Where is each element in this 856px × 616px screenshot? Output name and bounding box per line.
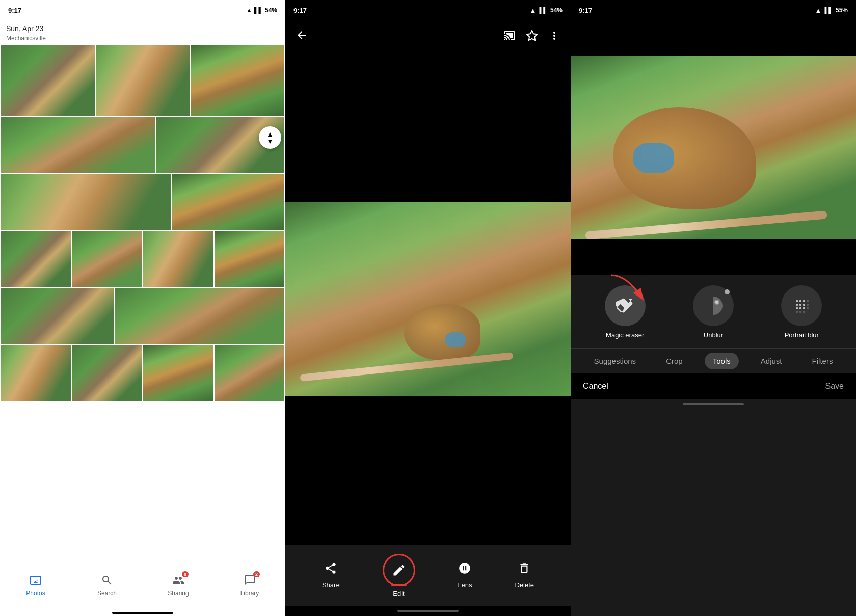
cancel-button[interactable]: Cancel xyxy=(583,382,608,391)
svg-rect-8 xyxy=(807,300,809,302)
home-indicator-1 xyxy=(112,612,173,614)
viewer-bottom-bar: Share Edit Lens xyxy=(285,545,571,606)
cast-button[interactable] xyxy=(503,30,516,44)
photo-cell-6[interactable] xyxy=(1,174,171,230)
svg-rect-10 xyxy=(799,304,801,306)
delete-action[interactable]: Delete xyxy=(515,561,534,589)
share-action[interactable]: Share xyxy=(322,561,340,589)
panel-photos: 9:17 ▲ ▌▌ 54% Sun, Apr 23 Mechanicsville… xyxy=(0,0,285,616)
photos-label: Photos xyxy=(26,590,45,597)
library-icon: 2 xyxy=(243,573,257,587)
grid-row-5 xyxy=(0,288,285,344)
edit-underline xyxy=(391,584,407,586)
svg-marker-0 xyxy=(527,31,537,40)
back-button[interactable] xyxy=(296,29,308,44)
grid-row-4 xyxy=(0,231,285,287)
save-button[interactable]: Save xyxy=(825,382,844,391)
sharing-label: Sharing xyxy=(168,590,189,597)
viewer-toolbar xyxy=(285,20,571,53)
unblur-icon xyxy=(693,285,734,326)
photo-cell-15[interactable] xyxy=(72,345,143,401)
svg-rect-11 xyxy=(803,304,805,306)
unblur-tool[interactable]: Unblur xyxy=(693,285,734,339)
edit-action[interactable]: Edit xyxy=(383,554,415,597)
time-2: 9:17 xyxy=(293,7,307,14)
library-label: Library xyxy=(240,590,259,597)
photo-cell-2[interactable] xyxy=(96,45,190,116)
nav-photos[interactable]: Photos xyxy=(15,573,56,597)
photo-display xyxy=(285,202,571,396)
share-label: Share xyxy=(322,581,340,589)
photo-cell-17[interactable] xyxy=(215,345,285,401)
more-button[interactable] xyxy=(548,30,560,44)
tab-suggestions[interactable]: Suggestions xyxy=(586,353,645,369)
svg-rect-19 xyxy=(803,311,805,313)
photo-cell-13[interactable] xyxy=(115,288,284,344)
grid-row-1: ▲ ▼ xyxy=(0,45,285,116)
lens-action[interactable]: Lens xyxy=(458,561,472,589)
nav-search[interactable]: Search xyxy=(87,573,127,597)
photo-cell-8[interactable] xyxy=(1,231,71,287)
battery-icon-2: 54% xyxy=(550,7,563,14)
nav-sharing[interactable]: 8 Sharing xyxy=(158,573,199,597)
location-label: Mechanicsville xyxy=(0,35,285,45)
photo-cell-9[interactable] xyxy=(72,231,143,287)
viewer-toolbar-right xyxy=(503,30,560,44)
search-label: Search xyxy=(97,590,117,597)
photo-cell-16[interactable] xyxy=(143,345,213,401)
photo-cell-7[interactable] xyxy=(172,174,284,230)
tab-adjust[interactable]: Adjust xyxy=(753,353,790,369)
delete-icon xyxy=(518,561,531,578)
signal-icon-3: ▌▌ xyxy=(824,7,833,13)
tools-wrapper: Magic eraser Unblur xyxy=(571,275,856,344)
delete-label: Delete xyxy=(515,581,534,589)
portrait-blur-label: Portrait blur xyxy=(785,331,819,339)
photo-cell-10[interactable] xyxy=(143,231,213,287)
viewer-main-photo xyxy=(285,53,571,545)
svg-rect-16 xyxy=(807,307,809,309)
status-right-2: ▲ ▌▌ 54% xyxy=(530,7,563,14)
wifi-icon-3: ▲ xyxy=(815,7,822,14)
status-right-3: ▲ ▌▌ 55% xyxy=(815,7,848,14)
svg-rect-5 xyxy=(796,300,798,302)
portrait-blur-tool[interactable]: Portrait blur xyxy=(781,285,822,339)
svg-rect-7 xyxy=(803,300,805,302)
time-1: 9:17 xyxy=(8,7,21,14)
svg-rect-6 xyxy=(799,300,801,302)
tab-tools[interactable]: Tools xyxy=(705,353,739,369)
edit-photo-display xyxy=(571,56,856,239)
photo-cell-12[interactable] xyxy=(1,288,114,344)
home-indicator-2 xyxy=(397,610,459,612)
tab-filters[interactable]: Filters xyxy=(804,353,841,369)
svg-rect-17 xyxy=(796,311,798,313)
star-button[interactable] xyxy=(526,30,538,44)
magic-eraser-label: Magic eraser xyxy=(606,331,644,339)
status-right-1: ▲ ▌▌ 54% xyxy=(246,7,277,14)
status-bar-1: 9:17 ▲ ▌▌ 54% xyxy=(0,0,285,20)
edit-bottom-row: Cancel Save xyxy=(571,373,856,399)
tab-crop[interactable]: Crop xyxy=(658,353,691,369)
battery-icon-1: 54% xyxy=(265,7,277,14)
tools-section: Magic eraser Unblur xyxy=(571,275,856,616)
photo-cell-3[interactable] xyxy=(191,45,284,116)
search-nav-icon xyxy=(100,573,114,587)
lens-label: Lens xyxy=(458,581,472,589)
bottom-nav: Photos Search 8 Sharing xyxy=(0,561,285,612)
svg-rect-12 xyxy=(807,304,809,306)
wifi-icon: ▲ xyxy=(246,7,252,14)
svg-rect-18 xyxy=(799,311,801,313)
sharing-badge: 8 xyxy=(182,571,189,577)
panel-viewer: 9:17 ▲ ▌▌ 54% xyxy=(285,0,571,616)
status-bar-3: 9:17 ▲ ▌▌ 55% xyxy=(571,0,856,20)
photo-cell-11[interactable] xyxy=(215,231,285,287)
photo-cell-4[interactable] xyxy=(1,117,155,173)
time-3: 9:17 xyxy=(579,7,592,14)
svg-rect-13 xyxy=(796,307,798,309)
scroll-indicator[interactable]: ▲ ▼ xyxy=(259,126,281,149)
photo-cell-1[interactable] xyxy=(1,45,95,116)
nav-library[interactable]: 2 Library xyxy=(229,573,270,597)
svg-rect-9 xyxy=(796,304,798,306)
photo-cell-14[interactable] xyxy=(1,345,71,401)
signal-icon-2: ▌▌ xyxy=(539,7,547,13)
sharing-icon: 8 xyxy=(171,573,185,587)
